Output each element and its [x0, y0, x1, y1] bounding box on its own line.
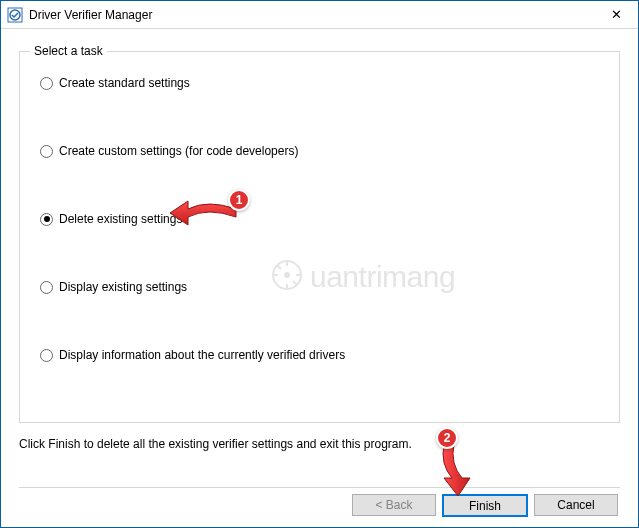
radio-icon	[40, 77, 53, 90]
window-title: Driver Verifier Manager	[29, 8, 594, 22]
radio-list: Create standard settings Create custom s…	[40, 76, 599, 362]
radio-display-info[interactable]: Display information about the currently …	[40, 348, 599, 362]
svg-point-3	[284, 272, 290, 278]
titlebar: Driver Verifier Manager ✕	[1, 1, 638, 29]
radio-label: Create standard settings	[59, 76, 190, 90]
svg-line-9	[293, 281, 297, 285]
app-icon	[7, 7, 23, 23]
radio-label: Display existing settings	[59, 280, 187, 294]
watermark: uantrimang	[270, 258, 455, 295]
instruction-text: Click Finish to delete all the existing …	[19, 437, 620, 451]
radio-icon	[40, 349, 53, 362]
radio-icon	[40, 145, 53, 158]
cancel-button[interactable]: Cancel	[534, 494, 618, 516]
watermark-text: uantrimang	[310, 260, 455, 294]
back-button: < Back	[352, 494, 436, 516]
radio-label: Delete existing settings	[59, 212, 182, 226]
radio-label: Display information about the currently …	[59, 348, 345, 362]
radio-icon	[40, 281, 53, 294]
svg-line-8	[277, 265, 281, 269]
separator	[19, 487, 620, 488]
groupbox-legend: Select a task	[30, 44, 107, 58]
radio-icon	[40, 213, 53, 226]
radio-create-custom[interactable]: Create custom settings (for code develop…	[40, 144, 599, 158]
watermark-icon	[270, 258, 304, 295]
button-row: < Back Finish Cancel	[19, 494, 620, 517]
radio-label: Create custom settings (for code develop…	[59, 144, 298, 158]
radio-create-standard[interactable]: Create standard settings	[40, 76, 599, 90]
task-groupbox: Select a task Create standard settings C…	[19, 51, 620, 423]
close-button[interactable]: ✕	[594, 1, 638, 29]
finish-button[interactable]: Finish	[442, 494, 528, 517]
radio-delete-existing[interactable]: Delete existing settings	[40, 212, 599, 226]
